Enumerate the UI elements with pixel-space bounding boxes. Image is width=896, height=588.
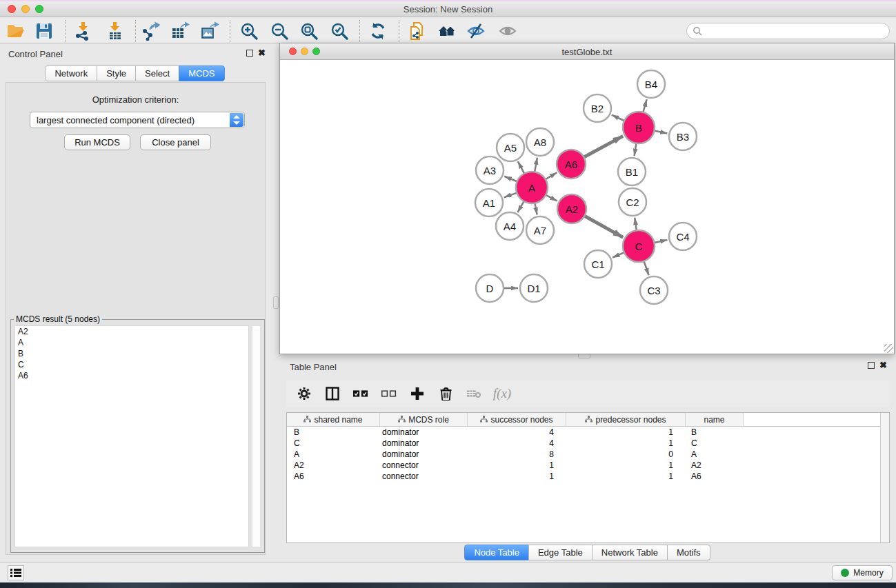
refresh-layout-icon[interactable]	[368, 21, 388, 41]
mcds-result-item[interactable]: B	[15, 348, 248, 359]
mcds-result-item[interactable]: A	[15, 337, 248, 348]
table-row[interactable]: A6connector11A6	[287, 471, 889, 482]
save-session-icon[interactable]	[34, 21, 54, 41]
tab-style[interactable]: Style	[97, 65, 136, 81]
zoom-out-icon[interactable]	[270, 21, 289, 41]
table-cell[interactable]: 1	[566, 438, 686, 449]
graph-node-label: A1	[483, 197, 495, 209]
column-header-shared-name[interactable]: shared name	[287, 413, 380, 426]
panel-splitter-handle[interactable]	[273, 296, 279, 309]
hide-selected-icon[interactable]	[466, 21, 486, 41]
mcds-panel: Optimization criterion: largest connecte…	[6, 82, 266, 555]
search-input[interactable]	[705, 25, 884, 37]
close-panel-icon[interactable]: ✖	[879, 362, 887, 369]
graph-node-label: C1	[591, 258, 604, 270]
mcds-result-item[interactable]: A2	[15, 326, 248, 337]
table-cell[interactable]: 1	[468, 460, 566, 471]
zoom-fit-icon[interactable]	[299, 21, 319, 41]
table-cell[interactable]: A6	[686, 471, 744, 482]
table-row[interactable]: Adominator80A	[287, 449, 889, 460]
show-all-icon[interactable]	[498, 21, 517, 41]
table-cell[interactable]: A	[686, 449, 744, 460]
table-cell[interactable]: B	[287, 427, 380, 438]
tab-network[interactable]: Network	[45, 65, 97, 81]
float-panel-icon[interactable]	[868, 362, 875, 369]
table-toolbar: f(x)	[286, 381, 890, 407]
table-cell[interactable]: A2	[686, 460, 744, 471]
table-cell[interactable]: 1	[566, 471, 686, 482]
tab-mcds[interactable]: MCDS	[179, 65, 224, 81]
window-resize-grip[interactable]	[884, 344, 893, 353]
first-neighbors-icon[interactable]	[437, 21, 457, 41]
table-row[interactable]: A2connector11A2	[287, 460, 889, 471]
delete-column-icon[interactable]	[438, 386, 453, 401]
show-task-history-button[interactable]	[8, 565, 24, 580]
table-cell[interactable]: 0	[566, 449, 686, 460]
table-cell[interactable]: connector	[380, 460, 468, 471]
float-panel-icon[interactable]	[246, 50, 253, 57]
tab-motifs[interactable]: Motifs	[667, 545, 710, 560]
mcds-result-scrollbar[interactable]	[252, 325, 261, 547]
table-scrollbar[interactable]	[880, 413, 889, 543]
table-cell[interactable]: connector	[380, 471, 468, 482]
table-cell[interactable]: A2	[287, 460, 380, 471]
graph-node-label: A4	[504, 221, 516, 232]
table-cell[interactable]: 4	[468, 438, 566, 449]
deselect-all-columns-icon[interactable]	[381, 386, 397, 401]
tab-network-table[interactable]: Network Table	[592, 545, 668, 560]
table-cell[interactable]: B	[686, 427, 744, 438]
network-view-window: testGlobe.txt AA1A2A3A4A5A6A7A8BB1B2B3B4…	[279, 43, 895, 354]
column-header-name[interactable]: name	[686, 413, 744, 426]
memory-button[interactable]: Memory	[832, 565, 893, 580]
column-header-MCDS-role[interactable]: MCDS role	[380, 413, 468, 426]
split-columns-icon[interactable]	[325, 386, 340, 401]
export-table-icon[interactable]	[170, 21, 190, 41]
tab-node-table[interactable]: Node Table	[464, 545, 529, 560]
table-cell[interactable]: A6	[287, 471, 380, 482]
export-image-icon[interactable]	[200, 21, 219, 41]
gear-icon[interactable]	[297, 386, 312, 401]
table-cell[interactable]: dominator	[380, 449, 468, 460]
open-session-icon[interactable]	[6, 21, 25, 41]
import-network-icon[interactable]	[73, 21, 92, 41]
tab-select[interactable]: Select	[135, 65, 179, 81]
graph-node-label: B2	[591, 103, 604, 114]
table-cell[interactable]: 1	[566, 460, 686, 471]
table-cell[interactable]: 1	[566, 427, 686, 438]
close-panel-icon[interactable]: ✖	[258, 50, 266, 57]
mcds-result-item[interactable]: C	[15, 359, 248, 370]
new-network-from-selection-icon[interactable]	[408, 21, 428, 41]
network-window-title: testGlobe.txt	[280, 47, 894, 57]
export-network-icon[interactable]	[141, 21, 160, 41]
select-all-columns-icon[interactable]	[353, 386, 368, 401]
zoom-in-icon[interactable]	[239, 21, 259, 41]
optimization-criterion-dropdown[interactable]: largest connected component (directed)	[30, 112, 245, 128]
table-cell[interactable]: dominator	[380, 427, 468, 438]
control-panel-window-buttons: ✖	[246, 50, 266, 57]
network-canvas[interactable]: AA1A2A3A4A5A6A7A8BB1B2B3B4CC1C2C3C4DD1	[280, 60, 894, 354]
table-cell[interactable]: 1	[468, 471, 566, 482]
memory-label: Memory	[853, 568, 883, 578]
table-row[interactable]: Bdominator41B	[287, 427, 889, 438]
zoom-selected-icon[interactable]	[330, 21, 349, 41]
table-cell[interactable]: A	[287, 449, 380, 460]
toolbar-separator	[359, 20, 360, 42]
import-table-icon[interactable]	[105, 21, 124, 41]
search-field[interactable]	[686, 23, 890, 39]
column-header-predecessor-nodes[interactable]: predecessor nodes	[566, 413, 686, 426]
table-cell[interactable]: 8	[468, 449, 566, 460]
run-mcds-button[interactable]: Run MCDS	[64, 134, 130, 150]
mcds-result-item[interactable]: A6	[15, 370, 248, 381]
table-cell[interactable]: 4	[468, 427, 566, 438]
table-row[interactable]: Cdominator41C	[287, 438, 889, 449]
table-cell[interactable]: dominator	[380, 438, 468, 449]
network-graph[interactable]: AA1A2A3A4A5A6A7A8BB1B2B3B4CC1C2C3C4DD1	[280, 60, 894, 354]
add-column-icon[interactable]	[410, 386, 425, 401]
column-header-successor-nodes[interactable]: successor nodes	[468, 413, 566, 426]
panel-splitter-handle[interactable]	[578, 354, 590, 358]
tab-edge-table[interactable]: Edge Table	[528, 545, 593, 560]
table-cell[interactable]: C	[287, 438, 380, 449]
close-panel-button[interactable]: Close panel	[140, 134, 211, 150]
mcds-result-list[interactable]: A2ABCA6	[14, 325, 249, 547]
table-cell[interactable]: C	[686, 438, 744, 449]
